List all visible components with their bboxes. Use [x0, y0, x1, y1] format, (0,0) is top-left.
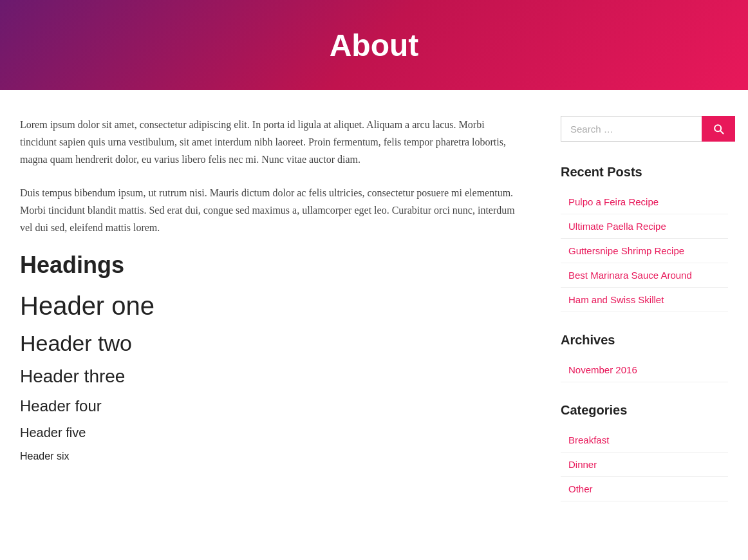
- paragraph-1: Lorem ipsum dolor sit amet, consectetur …: [20, 116, 522, 169]
- headings-section-title: Headings: [20, 252, 522, 279]
- recent-post-link-1[interactable]: Pulpo a Feira Recipe: [561, 190, 728, 214]
- main-container: Lorem ipsum dolor sit amet, consectetur …: [7, 90, 741, 548]
- categories-list: Breakfast Dinner Other: [561, 428, 728, 501]
- content-area: Lorem ipsum dolor sit amet, consectetur …: [20, 116, 522, 522]
- list-item: Pulpo a Feira Recipe: [561, 190, 728, 214]
- recent-posts-list: Pulpo a Feira Recipe Ultimate Paella Rec…: [561, 190, 728, 312]
- list-item: Ultimate Paella Recipe: [561, 214, 728, 239]
- recent-post-link-3[interactable]: Guttersnipe Shrimp Recipe: [561, 239, 728, 263]
- header-five: Header five: [20, 425, 522, 440]
- search-icon: [712, 122, 725, 135]
- header-one: Header one: [20, 292, 522, 321]
- categories-section: Categories Breakfast Dinner Other: [561, 403, 728, 501]
- list-item: Other: [561, 477, 728, 501]
- archives-title: Archives: [561, 333, 728, 348]
- categories-title: Categories: [561, 403, 728, 418]
- page-header: About: [0, 0, 748, 90]
- recent-post-link-2[interactable]: Ultimate Paella Recipe: [561, 214, 728, 238]
- list-item: Breakfast: [561, 428, 728, 453]
- list-item: Ham and Swiss Skillet: [561, 288, 728, 312]
- list-item: Dinner: [561, 453, 728, 477]
- recent-post-link-5[interactable]: Ham and Swiss Skillet: [561, 288, 728, 312]
- category-link-1[interactable]: Breakfast: [561, 428, 728, 452]
- list-item: Guttersnipe Shrimp Recipe: [561, 239, 728, 263]
- category-link-2[interactable]: Dinner: [561, 453, 728, 476]
- list-item: November 2016: [561, 358, 728, 382]
- recent-post-link-4[interactable]: Best Marinara Sauce Around: [561, 263, 728, 287]
- header-three: Header three: [20, 366, 522, 387]
- archive-link-1[interactable]: November 2016: [561, 358, 728, 382]
- sidebar: Recent Posts Pulpo a Feira Recipe Ultima…: [561, 116, 728, 522]
- recent-posts-section: Recent Posts Pulpo a Feira Recipe Ultima…: [561, 165, 728, 312]
- search-widget: [561, 116, 728, 142]
- search-input[interactable]: [561, 116, 702, 142]
- category-link-3[interactable]: Other: [561, 477, 728, 501]
- page-title: About: [330, 28, 419, 63]
- recent-posts-title: Recent Posts: [561, 165, 728, 180]
- search-form: [561, 116, 728, 142]
- header-six: Header six: [20, 451, 522, 462]
- header-two: Header two: [20, 331, 522, 356]
- archives-section: Archives November 2016: [561, 333, 728, 382]
- header-four: Header four: [20, 397, 522, 415]
- search-button[interactable]: [702, 116, 735, 142]
- archives-list: November 2016: [561, 358, 728, 382]
- paragraph-2: Duis tempus bibendum ipsum, ut rutrum ni…: [20, 184, 522, 237]
- list-item: Best Marinara Sauce Around: [561, 263, 728, 288]
